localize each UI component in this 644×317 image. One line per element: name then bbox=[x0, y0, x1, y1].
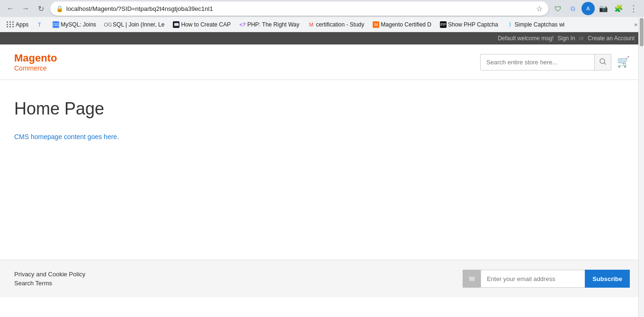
cms-content: CMS homepage content goes here. bbox=[14, 133, 630, 141]
footer-content: Privacy and Cookie Policy Search Terms ✉… bbox=[14, 270, 630, 288]
bookmark-icon-5: <? bbox=[239, 21, 246, 28]
apps-button[interactable]: Apps bbox=[4, 20, 31, 29]
bookmark-item[interactable]: 📖 How to Create CAP bbox=[169, 20, 234, 29]
logo-sub-text: Commerce bbox=[14, 64, 57, 72]
cms-content-link[interactable]: CMS homepage content goes here. bbox=[14, 133, 119, 141]
bookmark-icon-9: ⟩ bbox=[507, 21, 513, 28]
browser-titlebar: ← → ↻ 🔒 localhost/Magento/?SID=ntparbq2t… bbox=[0, 0, 644, 17]
logo[interactable]: Magento Commerce bbox=[14, 52, 57, 72]
bookmark-icon-1: T bbox=[36, 21, 43, 28]
newsletter-email-input[interactable] bbox=[481, 270, 585, 288]
scrollbar[interactable] bbox=[638, 17, 644, 297]
browser-chrome: ← → ↻ 🔒 localhost/Magento/?SID=ntparbq2t… bbox=[0, 0, 644, 32]
bookmark-item[interactable]: OG SQL | Join (Inner, Le bbox=[101, 20, 168, 29]
search-bar bbox=[480, 54, 611, 70]
reload-button[interactable]: ↻ bbox=[34, 2, 47, 15]
search-input[interactable] bbox=[481, 55, 594, 70]
scrollbar-thumb[interactable] bbox=[640, 18, 644, 46]
page-wrapper: Default welcome msg! Sign In or Create a… bbox=[0, 32, 644, 297]
bookmark-item[interactable]: T bbox=[32, 20, 48, 29]
screenshot-icon[interactable]: 📷 bbox=[597, 2, 610, 15]
newsletter-area: ✉ Subscribe bbox=[463, 270, 630, 288]
bookmark-label-9: Simple Captchas wi bbox=[515, 21, 564, 28]
search-terms-link[interactable]: Search Terms bbox=[14, 280, 85, 287]
shield-icon[interactable]: 🛡 bbox=[551, 2, 564, 15]
bookmark-icon-4: 📖 bbox=[173, 21, 179, 28]
google-account-avatar[interactable]: A bbox=[581, 2, 595, 15]
bookmark-item[interactable]: M certification - Study bbox=[304, 20, 368, 29]
url-text: localhost/Magento/?SID=ntparbq2t4nsgtjob… bbox=[66, 5, 533, 12]
create-account-link[interactable]: Create an Account bbox=[588, 35, 635, 42]
bookmarks-bar: Apps T OG MySQL: Joins OG SQL | Join (In… bbox=[0, 17, 644, 32]
subscribe-button[interactable]: Subscribe bbox=[585, 270, 630, 288]
email-icon: ✉ bbox=[463, 270, 481, 288]
bookmark-icon-7: M bbox=[373, 21, 379, 28]
footer-links: Privacy and Cookie Policy Search Terms bbox=[14, 271, 85, 287]
bookmark-label-2: MySQL: Joins bbox=[61, 21, 96, 28]
browser-controls: ← → ↻ bbox=[4, 2, 47, 15]
back-button[interactable]: ← bbox=[4, 2, 17, 15]
site-header: Magento Commerce 🛒 bbox=[0, 44, 644, 80]
apps-label: Apps bbox=[16, 21, 28, 28]
bookmark-item[interactable]: M Magento Certified D bbox=[369, 20, 435, 29]
bookmark-label-3: SQL | Join (Inner, Le bbox=[113, 21, 164, 28]
google-account-icon[interactable]: G bbox=[566, 2, 580, 15]
header-right: 🛒 bbox=[480, 54, 630, 70]
bookmark-icon-3: OG bbox=[105, 21, 111, 28]
bookmark-item[interactable]: ⟩ Simple Captchas wi bbox=[503, 20, 568, 29]
bookmark-icon-8: PP bbox=[440, 21, 447, 28]
search-button[interactable] bbox=[594, 54, 611, 70]
bookmark-icon-2: OG bbox=[53, 21, 59, 28]
or-separator: or bbox=[579, 35, 584, 42]
bookmark-label-7: Magento Certified D bbox=[381, 21, 431, 28]
browser-right-icons: 🛡 G A 📷 🧩 ⋮ bbox=[551, 2, 640, 15]
bookmark-item[interactable]: PP Show PHP Captcha bbox=[436, 20, 502, 29]
bookmark-item[interactable]: <? PHP: The Right Way bbox=[235, 20, 303, 29]
bookmark-icon-6: M bbox=[308, 21, 314, 28]
privacy-policy-link[interactable]: Privacy and Cookie Policy bbox=[14, 271, 85, 278]
lock-icon: 🔒 bbox=[56, 5, 63, 12]
extensions-icon[interactable]: 🧩 bbox=[612, 2, 625, 15]
top-bar: Default welcome msg! Sign In or Create a… bbox=[0, 32, 644, 44]
bookmark-label-8: Show PHP Captcha bbox=[448, 21, 498, 28]
welcome-message: Default welcome msg! bbox=[498, 35, 554, 42]
main-content: Home Page CMS homepage content goes here… bbox=[0, 80, 644, 260]
bookmark-label-5: PHP: The Right Way bbox=[247, 21, 299, 28]
bookmark-label-4: How to Create CAP bbox=[181, 21, 231, 28]
signin-link[interactable]: Sign In bbox=[557, 35, 575, 42]
logo-main-text: Magento bbox=[14, 52, 57, 64]
svg-line-1 bbox=[604, 63, 606, 64]
bookmark-item[interactable]: OG MySQL: Joins bbox=[49, 20, 100, 29]
site-footer: Privacy and Cookie Policy Search Terms ✉… bbox=[0, 260, 644, 297]
forward-button[interactable]: → bbox=[19, 2, 32, 15]
browser-menu-icon[interactable]: ⋮ bbox=[627, 2, 640, 15]
star-icon[interactable]: ☆ bbox=[536, 4, 543, 13]
page-title: Home Page bbox=[14, 99, 630, 119]
address-bar[interactable]: 🔒 localhost/Magento/?SID=ntparbq2t4nsgtj… bbox=[50, 1, 548, 16]
cart-icon[interactable]: 🛒 bbox=[617, 56, 630, 68]
bookmark-label-6: certification - Study bbox=[316, 21, 364, 28]
